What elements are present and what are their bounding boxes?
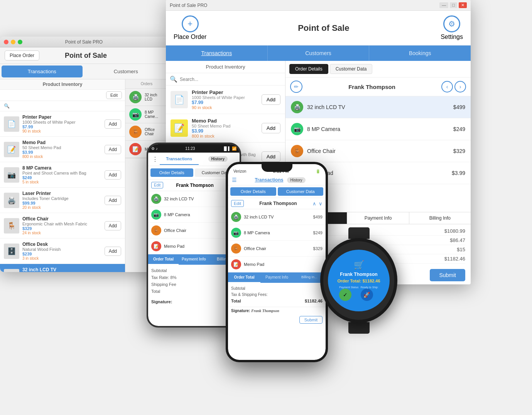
product-name: Printer Paper <box>22 114 101 120</box>
close-button[interactable]: ✕ <box>459 2 467 8</box>
iphone-edit-btn[interactable]: Edit <box>231 200 244 207</box>
order-item: 🪑 Office Chair $329 <box>285 140 471 162</box>
desktop-window-title: Point of Sale PRO <box>170 3 207 8</box>
phone-customer-name: Frank Thompson <box>166 183 224 188</box>
order-name: 8 MP Camera <box>164 212 225 217</box>
product-image: 📄 <box>171 91 188 108</box>
history-button[interactable]: History <box>208 156 228 162</box>
mac-order-item: 🪑 Office Chair <box>125 123 168 141</box>
add-button[interactable]: Add <box>262 123 280 133</box>
phone-edit-button[interactable]: Edit <box>151 182 163 188</box>
memopad-icon: 📝 <box>151 241 161 251</box>
search-input[interactable] <box>180 77 281 82</box>
iphone-signature-label: Signature: Frank Thompson <box>228 307 326 314</box>
product-image: 📄 <box>4 116 19 132</box>
iphone-history-btn[interactable]: History <box>287 177 305 183</box>
add-product-button[interactable]: Add <box>105 247 121 256</box>
iphone-tab-customer-data[interactable]: Customer Data <box>278 187 324 196</box>
mac-tab-transactions[interactable]: Transactions <box>2 66 83 77</box>
search-icon: 🔍 <box>4 103 10 109</box>
phone-nav-tabs: Transactions History <box>160 153 237 165</box>
tab-customer-data[interactable]: Customer Data <box>330 64 373 74</box>
add-product-button[interactable]: Add <box>105 272 121 272</box>
tab-bookings[interactable]: Bookings <box>369 45 471 61</box>
iphone-tab-order-total[interactable]: Order Total <box>228 272 260 283</box>
mac-tab-customers[interactable]: Customers <box>86 66 167 77</box>
settings-button[interactable]: ⚙ Settings <box>441 15 463 40</box>
place-order-button[interactable]: + Place Order <box>174 15 206 40</box>
mac-edit-button[interactable]: Edit <box>106 91 122 99</box>
hamburger-icon[interactable]: ☰ <box>231 176 238 184</box>
product-price: $7.99 <box>22 124 101 129</box>
edit-button[interactable]: ✏ <box>290 81 302 93</box>
product-image: 🗄️ <box>4 244 19 259</box>
iphone-tab-order-details[interactable]: Order Details <box>230 187 276 196</box>
mac-place-order-button[interactable]: Place Order <box>5 50 39 60</box>
order-name: Office Chair <box>244 246 311 251</box>
mac-product-item: 📷 8 MP Camera Point and Shoot Camera wit… <box>0 162 125 188</box>
product-item: 📝 Memo Pad 50 Sheet Memo Pad $3.99 800 i… <box>166 114 285 143</box>
order-detail-tabs: Order Details Customer Data <box>285 61 471 77</box>
product-desc: Natural Wood Finish <box>22 247 101 252</box>
mac-product-item: 🪑 Office Chair Ergonomic Chair with Mesh… <box>0 213 125 239</box>
product-stock: 24 in stock <box>22 231 101 235</box>
tv-icon: 🖨️ <box>151 194 161 204</box>
phone-tab-payment-info[interactable]: Payment Info <box>179 254 209 265</box>
payment-check-button[interactable]: ✓ <box>339 289 351 301</box>
mac-tabs: Transactions Customers <box>0 64 168 79</box>
submit-button[interactable]: Submit <box>430 269 465 281</box>
close-icon[interactable] <box>4 40 8 44</box>
app-title: Point of Sale <box>298 23 349 33</box>
product-image: 🪑 <box>4 218 19 234</box>
iphone-customer-name: Frank Thompson <box>246 201 310 206</box>
add-product-button[interactable]: Add <box>105 221 121 230</box>
mac-product-list: 📄 Printer Paper 1000 Sheets of White Pap… <box>0 111 125 272</box>
ship-button[interactable]: 🚀 <box>361 289 373 301</box>
mac-order-item: 🖨️ 32 inch LCD <box>125 89 168 106</box>
maximize-icon[interactable] <box>18 40 22 44</box>
order-item: 🖨️ 32 inch LCD TV $499 <box>285 96 471 118</box>
order-item: 📷 8 MP Camera $249 <box>285 118 471 140</box>
add-product-button[interactable]: Add <box>105 145 121 154</box>
order-name: 32 inch LCD TV <box>164 197 225 201</box>
prev-customer-button[interactable]: ‹ <box>441 81 453 92</box>
product-name: Memo Pad <box>192 118 258 124</box>
phone-tab-order-total[interactable]: Order Total <box>148 254 179 265</box>
maximize-button[interactable]: □ <box>450 2 457 8</box>
add-button[interactable]: Add <box>262 151 280 162</box>
phone-tab-transactions[interactable]: Transactions <box>160 153 199 165</box>
product-image: 🖨️ <box>4 193 19 208</box>
tab-customers[interactable]: Customers <box>268 45 370 61</box>
iphone-tab-payment-info[interactable]: Payment Info <box>260 272 293 283</box>
product-price: $3.99 <box>192 128 258 134</box>
minimize-button[interactable]: — <box>439 2 448 8</box>
iphone-tab-transactions[interactable]: Transactions <box>255 177 283 183</box>
shipping-amount: $15 <box>431 247 465 252</box>
phone-time: 11:23 <box>185 146 195 151</box>
carrier-label: Verizon <box>233 169 246 173</box>
iphone-totals: Subtotal Tax & Shipping Fees: Total $118… <box>228 283 326 307</box>
menu-icon[interactable]: ⋮ <box>150 154 160 165</box>
tab-billing-info[interactable]: Billing Info <box>409 212 471 224</box>
phone-statusbar: ⚙ ♪ 11:23 ▐▌▌ 📶 <box>148 144 240 153</box>
mac-product-item: 📄 Printer Paper 1000 Sheets of White Pap… <box>0 111 125 137</box>
mac-order-item: 📷 8 MP Came... <box>125 106 168 123</box>
tab-payment-info[interactable]: Payment Info <box>347 212 409 224</box>
tab-order-details[interactable]: Order Details <box>289 64 328 74</box>
product-image: 📝 <box>4 142 19 157</box>
phone-tab-order-details[interactable]: Order Details <box>150 168 193 177</box>
add-product-button[interactable]: Add <box>105 196 121 205</box>
next-customer-button[interactable]: › <box>454 81 466 92</box>
order-name: Office Chair <box>164 228 225 233</box>
iphone-notch <box>262 164 292 172</box>
minimize-icon[interactable] <box>11 40 15 44</box>
add-button[interactable]: Add <box>262 94 280 105</box>
product-desc: Includes Toner Cartridge <box>22 196 101 201</box>
product-image: 📷 <box>4 167 19 183</box>
product-stock: 3 in stock <box>22 256 101 260</box>
add-product-button[interactable]: Add <box>105 119 121 129</box>
product-price: $239 <box>22 252 101 256</box>
tab-transactions[interactable]: Transactions <box>166 45 268 61</box>
order-item-price: $499 <box>453 104 465 110</box>
add-product-button[interactable]: Add <box>105 170 121 180</box>
